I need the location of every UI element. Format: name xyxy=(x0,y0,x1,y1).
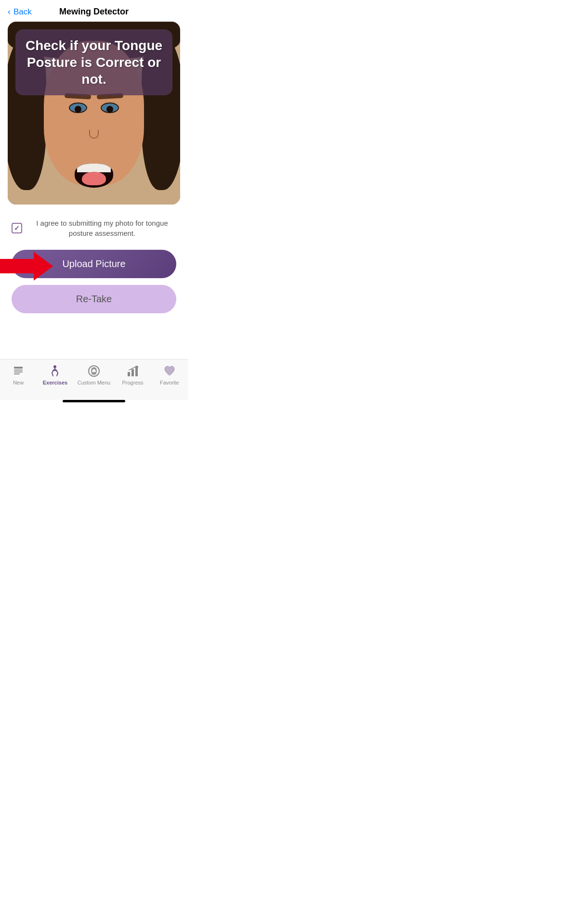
new-icon xyxy=(12,364,25,378)
red-arrow-icon xyxy=(0,252,53,281)
nav-item-exercises[interactable]: Exercises xyxy=(40,364,69,385)
svg-point-9 xyxy=(95,369,96,371)
svg-rect-2 xyxy=(14,370,23,371)
overlay-text-content: Check if your Tongue Posture is Correct … xyxy=(26,38,162,87)
nav-item-favorite[interactable]: Favorite xyxy=(155,364,184,385)
eye-right xyxy=(69,103,87,113)
consent-section: ✓ I agree to submitting my photo for ton… xyxy=(0,205,188,248)
nav-label-favorite: Favorite xyxy=(160,380,179,385)
arrow-container xyxy=(0,252,53,282)
eye-left xyxy=(101,103,119,113)
back-chevron-icon: ‹ xyxy=(8,7,11,17)
svg-rect-1 xyxy=(14,367,23,369)
consent-checkbox[interactable]: ✓ xyxy=(12,223,22,233)
bottom-navigation: New Exercises Custom Menu xyxy=(0,359,188,400)
consent-text: I agree to submitting my photo for tongu… xyxy=(28,218,176,238)
page-title: Mewing Detector xyxy=(59,7,129,17)
nav-item-progress[interactable]: Progress xyxy=(118,364,147,385)
nav-item-custom-menu[interactable]: Custom Menu xyxy=(78,364,110,385)
nav-label-new: New xyxy=(13,380,24,385)
mouth xyxy=(75,164,113,188)
svg-rect-3 xyxy=(14,372,23,372)
nav-label-exercises: Exercises xyxy=(43,380,67,385)
teeth xyxy=(77,164,111,172)
progress-icon xyxy=(126,364,140,378)
header: ‹ Back Mewing Detector xyxy=(0,0,188,22)
checkbox-check-icon: ✓ xyxy=(14,224,20,232)
svg-rect-11 xyxy=(131,369,134,376)
retake-button[interactable]: Re-Take xyxy=(12,285,176,313)
svg-point-5 xyxy=(53,365,56,368)
nav-item-new[interactable]: New xyxy=(4,364,33,385)
pupil-right xyxy=(75,106,81,113)
svg-rect-4 xyxy=(14,373,20,374)
svg-point-8 xyxy=(91,369,92,371)
nose xyxy=(89,130,99,139)
nav-label-progress: Progress xyxy=(122,380,144,385)
svg-marker-0 xyxy=(0,252,53,281)
nav-label-custom-menu: Custom Menu xyxy=(78,380,110,385)
back-button[interactable]: ‹ Back xyxy=(8,7,32,17)
face-image: Check if your Tongue Posture is Correct … xyxy=(8,22,180,205)
favorite-icon xyxy=(163,364,176,378)
back-label: Back xyxy=(13,7,32,17)
svg-rect-10 xyxy=(128,372,130,376)
exercises-icon xyxy=(48,364,62,378)
overlay-text-box: Check if your Tongue Posture is Correct … xyxy=(15,29,172,95)
pupil-left xyxy=(106,106,113,113)
face-image-container: Check if your Tongue Posture is Correct … xyxy=(8,22,180,205)
home-indicator xyxy=(63,400,125,402)
buttons-section: Upload Picture Re-Take xyxy=(0,248,188,321)
custom-menu-icon xyxy=(87,364,101,378)
tongue xyxy=(82,172,106,185)
